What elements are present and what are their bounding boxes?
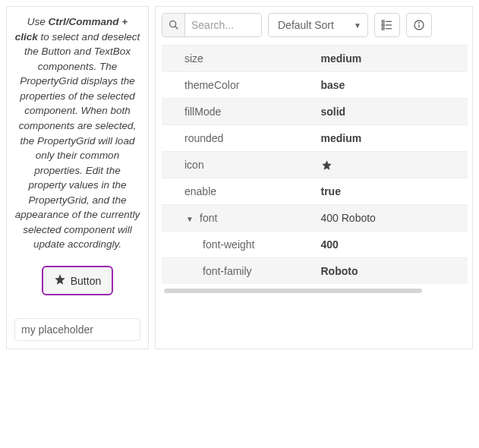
- search-input[interactable]: [185, 14, 261, 36]
- chevron-down-icon: ▼: [354, 21, 361, 30]
- placeholder-textbox[interactable]: [14, 318, 140, 341]
- demo-button-label: Button: [71, 275, 101, 287]
- property-row[interactable]: font-familyRoboto: [162, 258, 468, 285]
- scrollbar-thumb[interactable]: [164, 289, 422, 293]
- property-grid-panel: Default Sort ▼ sizemediumthemeColorbasef…: [155, 6, 473, 349]
- property-value-cell[interactable]: medium: [315, 125, 468, 152]
- property-value-cell[interactable]: [315, 152, 468, 178]
- svg-line-1: [175, 27, 178, 30]
- svg-rect-5: [382, 21, 384, 23]
- property-name-cell: size: [162, 46, 315, 72]
- star-icon: [54, 273, 66, 288]
- property-name-cell: font-weight: [162, 232, 315, 258]
- property-value-cell[interactable]: solid: [315, 99, 468, 125]
- property-value-cell[interactable]: base: [315, 72, 468, 99]
- property-grid: sizemediumthemeColorbasefillModesolidrou…: [162, 45, 468, 342]
- search-icon: [162, 14, 185, 36]
- property-value-cell[interactable]: 400: [315, 232, 468, 258]
- group-toggle-button[interactable]: [374, 13, 400, 37]
- expand-toggle-icon[interactable]: ▼: [186, 215, 197, 223]
- property-row[interactable]: fillModesolid: [162, 99, 468, 125]
- property-value-cell[interactable]: Roboto: [315, 258, 468, 285]
- demo-button[interactable]: Button: [42, 266, 113, 295]
- property-row[interactable]: enabletrue: [162, 178, 468, 205]
- property-row[interactable]: sizemedium: [162, 46, 468, 72]
- property-value-cell[interactable]: medium: [315, 46, 468, 72]
- property-name-cell: fillMode: [162, 99, 315, 125]
- property-value-cell[interactable]: true: [315, 178, 468, 205]
- property-row[interactable]: icon: [162, 152, 468, 178]
- property-name-cell: icon: [162, 152, 315, 178]
- svg-rect-6: [382, 24, 384, 27]
- property-row[interactable]: font-weight400: [162, 232, 468, 258]
- property-value-cell[interactable]: 400 Roboto: [315, 205, 468, 232]
- property-name-cell: ▼font: [162, 205, 315, 232]
- sort-dropdown-label: Default Sort: [278, 19, 334, 31]
- property-name-cell: rounded: [162, 125, 315, 152]
- info-button[interactable]: [406, 13, 432, 37]
- property-name-cell: font-family: [162, 258, 315, 285]
- instructions-text: Use Ctrl/Command + click to select and d…: [14, 14, 140, 252]
- toolbar: Default Sort ▼: [162, 13, 468, 37]
- property-row[interactable]: roundedmedium: [162, 125, 468, 152]
- star-icon: [321, 159, 462, 171]
- sort-dropdown[interactable]: Default Sort ▼: [268, 13, 368, 37]
- svg-rect-7: [382, 27, 384, 30]
- property-row[interactable]: ▼font400 Roboto: [162, 205, 468, 232]
- left-panel: Use Ctrl/Command + click to select and d…: [6, 6, 149, 349]
- horizontal-scrollbar[interactable]: [162, 287, 468, 295]
- property-name-cell: enable: [162, 178, 315, 205]
- svg-point-0: [169, 21, 175, 27]
- property-name-cell: themeColor: [162, 72, 315, 99]
- property-row[interactable]: themeColorbase: [162, 72, 468, 99]
- svg-point-10: [419, 23, 420, 24]
- search-field: [162, 13, 262, 37]
